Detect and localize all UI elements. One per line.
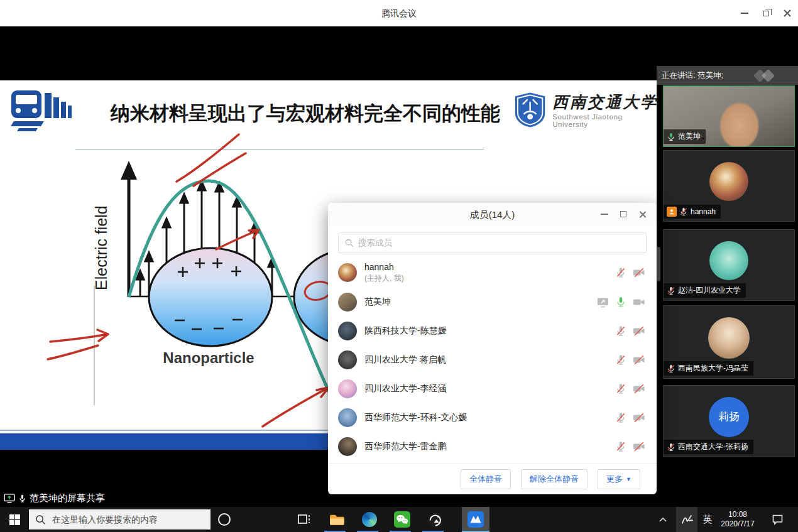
avatar [709,162,748,201]
panel-minimize-button[interactable] [595,203,614,225]
action-center-button[interactable] [767,507,788,532]
task-view-button[interactable] [290,507,319,532]
share-status-text: 范美坤的屏幕共享 [30,492,105,504]
tray-expand-button[interactable] [653,507,672,532]
member-name: 西华师范大学-雷金鹏 [364,441,615,452]
task-view-icon [297,513,311,526]
member-row-fanmeikun[interactable]: 范美坤 [338,288,647,317]
host-badge-icon [667,207,677,217]
input-language-indicator[interactable]: 英 [699,507,716,532]
more-label: 更多 [606,474,623,485]
edge-browser-button[interactable] [355,507,384,532]
avatar [709,241,748,280]
participant-name: 西南交通大学-张莉扬 [678,442,748,452]
electric-field-label: Electric field [92,205,110,290]
restore-icon [763,11,769,16]
unmute-all-button[interactable]: 解除全体静音 [521,469,588,489]
mic-on-icon[interactable] [615,296,626,308]
tencent-meeting-button[interactable] [461,507,490,532]
windows-logo-icon [9,514,20,525]
member-name: 四川农业大学 蒋启帆 [364,354,615,366]
photos-app-button[interactable] [420,507,449,532]
tile-label: 赵洁-四川农业大学 [664,283,746,298]
mic-icon [18,494,26,503]
mic-muted-icon[interactable] [615,325,626,337]
taskbar-search-box[interactable] [29,509,210,529]
members-panel: 成员(14人) hannah (主持人, 我) [328,203,657,494]
tile-label: 西南民族大学-冯晶莹 [664,361,753,376]
taskbar-clock[interactable]: 10:08 2020/7/17 [718,507,758,532]
avatar [338,437,357,456]
search-icon [345,239,354,247]
camera-muted-icon[interactable] [633,325,645,337]
mic-muted-icon[interactable] [615,267,626,278]
member-row-lijinghan[interactable]: 四川农业大学-李经涵 [338,374,647,403]
restore-button[interactable] [755,0,777,26]
avatar [338,379,357,398]
minimize-button[interactable] [734,0,755,26]
video-tile-zhaojie[interactable]: 赵洁-四川农业大学 [664,230,794,300]
more-button[interactable]: 更多▼ [598,469,640,489]
nanoparticle-diagram: Nanoparticle Electric field [38,126,352,433]
video-tile-hannah[interactable]: hannah [664,151,794,221]
university-logo: 西南交通大学 Southwest Jiaotong University [514,92,659,128]
mic-muted-icon[interactable] [615,441,626,452]
windows-ink-button[interactable] [676,507,697,532]
cortana-button[interactable] [210,507,239,532]
member-row-jiangqifan[interactable]: 四川农业大学 蒋启帆 [338,345,647,374]
sidebar-scrollbar[interactable] [657,247,660,281]
member-row-leijinpeng[interactable]: 西华师范大学-雷金鹏 [338,432,647,461]
member-name: hannah [364,262,615,272]
member-name: 陕西科技大学-陈慧媛 [364,325,615,337]
close-button[interactable] [777,0,798,26]
member-search-box[interactable] [338,232,647,253]
camera-muted-icon[interactable] [633,383,645,394]
member-row-wenxinyuan[interactable]: 西华师范大学-环科-文心媛 [338,403,647,432]
avatar [338,322,357,340]
camera-muted-icon[interactable] [633,267,645,278]
mute-all-button[interactable]: 全体静音 [461,469,511,489]
member-row-hannah[interactable]: hannah (主持人, 我) [338,258,647,288]
app-window: 腾讯会议 纳米材料呈现出了与宏观材料完全不同的性能 [0,0,798,532]
camera-off-icon[interactable] [633,296,645,308]
video-tile-zhangliyang[interactable]: 莉扬 西南交通大学-张莉扬 [664,386,794,457]
members-panel-titlebar[interactable]: 成员(14人) [328,203,657,225]
tile-label: 范美坤 [664,129,706,144]
wechat-button[interactable] [388,507,417,532]
start-button[interactable] [0,507,29,532]
mic-muted-icon [667,286,675,295]
avatar [338,293,357,312]
video-tile-fanmeikun[interactable]: 范美坤 [664,86,794,146]
member-search-input[interactable] [358,238,640,247]
video-tile-fengjingying[interactable]: 西南民族大学-冯晶莹 [664,306,794,378]
action-center-icon [772,514,784,525]
member-name: 西华师范大学-环科-文心媛 [364,412,615,423]
avatar [338,350,357,369]
edge-icon [362,512,377,527]
taskbar-search-input[interactable] [52,514,197,524]
participant-name: hannah [691,207,716,216]
mic-muted-icon[interactable] [615,383,626,394]
member-row-chenhuiyuan[interactable]: 陕西科技大学-陈慧媛 [338,317,647,345]
mic-muted-icon [667,364,675,373]
mic-muted-icon[interactable] [615,354,626,366]
minimize-icon [741,13,748,14]
camera-muted-icon[interactable] [633,412,645,423]
participant-name: 范美坤 [678,131,701,142]
search-icon [35,514,46,525]
file-explorer-button[interactable] [322,507,351,532]
member-role: (主持人, 我) [364,273,615,284]
camera-muted-icon[interactable] [633,441,645,452]
avatar [338,263,357,282]
panel-close-button[interactable] [633,203,652,225]
screen-sharing-icon[interactable] [597,297,609,308]
mic-muted-icon[interactable] [615,412,626,423]
avatar: 莉扬 [709,397,749,437]
tile-label: 西南交通大学-张莉扬 [664,440,753,454]
camera-muted-icon[interactable] [633,354,645,366]
titlebar: 腾讯会议 [0,0,798,26]
window-title: 腾讯会议 [0,0,798,26]
clock-date: 2020/7/17 [721,519,754,529]
tencent-meeting-icon [467,511,484,528]
panel-maximize-button[interactable] [614,203,633,225]
